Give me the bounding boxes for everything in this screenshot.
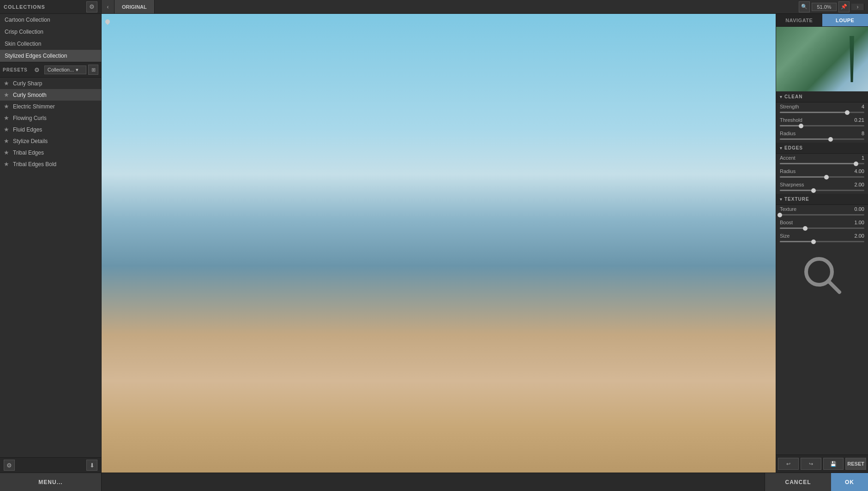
clean-arrow-icon: ▾ xyxy=(780,95,783,99)
presets-list: ★Curly Sharp★Curly Smooth★Electric Shimm… xyxy=(0,78,101,457)
edges-radius-slider[interactable] xyxy=(776,175,868,180)
clean-radius-slider[interactable] xyxy=(776,138,868,143)
clean-strength-value: 4 xyxy=(851,104,864,109)
preset-label: Stylize Details xyxy=(13,138,48,144)
loupe-svg xyxy=(802,254,843,296)
star-icon: ★ xyxy=(4,161,9,168)
canvas-area xyxy=(102,14,776,473)
star-icon: ★ xyxy=(4,91,9,98)
edges-section-header[interactable]: ▾ EDGES xyxy=(776,143,868,154)
thumbnail-palm xyxy=(840,36,863,82)
ok-button[interactable]: OK xyxy=(831,473,868,491)
thumbnail-preview xyxy=(776,27,868,91)
edges-radius-label: Radius xyxy=(780,168,812,174)
pin-icon[interactable]: 📌 xyxy=(838,1,850,12)
clean-strength-slider[interactable] xyxy=(776,111,868,116)
star-icon: ★ xyxy=(4,103,9,110)
collection-item[interactable]: Skin Collection xyxy=(0,38,101,50)
texture-boost-row: Boost 1.00 xyxy=(776,218,868,227)
texture-arrow-icon: ▾ xyxy=(780,197,783,202)
left-panel-footer: ⚙ ⬇ xyxy=(0,457,101,473)
collection-dropdown-label: Collection... xyxy=(48,67,74,72)
texture-texture-slider[interactable] xyxy=(776,213,868,218)
collections-settings-button[interactable]: ⚙ xyxy=(86,1,97,12)
clean-radius-row: Radius 8 xyxy=(776,129,868,138)
preset-item[interactable]: ★Fluid Edges xyxy=(0,124,101,135)
preset-item[interactable]: ★Curly Smooth xyxy=(0,89,101,101)
cancel-button[interactable]: CANCEL xyxy=(765,473,831,491)
import-icon[interactable]: ⬇ xyxy=(86,460,97,471)
collection-item[interactable]: Cartoon Collection xyxy=(0,14,101,26)
preset-item[interactable]: ★Curly Sharp xyxy=(0,78,101,89)
edges-sharpness-slider[interactable] xyxy=(776,189,868,194)
loupe-icon-display xyxy=(776,245,868,300)
undo-button[interactable]: ↩ xyxy=(778,458,799,470)
right-panel-footer: ↩ ↪ 💾 RESET xyxy=(776,455,868,473)
texture-texture-value: 0.00 xyxy=(851,206,864,212)
preset-item[interactable]: ★Tribal Edges Bold xyxy=(0,158,101,170)
top-bar: COLLECTIONS ⚙ ‹ ORIGINAL 🔍 51.0% 📌 › xyxy=(0,0,868,14)
preset-label: Fluid Edges xyxy=(13,126,42,133)
chevron-down-icon: ▾ xyxy=(76,67,78,73)
edges-accent-row: Accent 1 xyxy=(776,154,868,162)
image-pin xyxy=(104,18,111,25)
collections-list: Cartoon CollectionCrisp CollectionSkin C… xyxy=(0,14,101,62)
collection-item[interactable]: Crisp Collection xyxy=(0,26,101,38)
collection-item[interactable]: Stylized Edges Collection xyxy=(0,50,101,62)
preset-item[interactable]: ★Stylize Details xyxy=(0,135,101,147)
navigate-tab[interactable]: NAVIGATE xyxy=(776,14,822,26)
image-toolbar: ‹ ORIGINAL 🔍 51.0% 📌 › xyxy=(102,0,868,13)
preset-label: Flowing Curls xyxy=(13,115,47,121)
preset-item[interactable]: ★Flowing Curls xyxy=(0,112,101,124)
star-icon: ★ xyxy=(4,138,9,144)
preset-label: Curly Smooth xyxy=(13,92,47,98)
texture-boost-slider[interactable] xyxy=(776,227,868,232)
clean-threshold-row: Threshold 0.21 xyxy=(776,116,868,124)
collection-dropdown[interactable]: Collection... ▾ xyxy=(44,66,86,74)
edges-sharpness-value: 2.00 xyxy=(851,182,864,187)
right-panel: NAVIGATE LOUPE ▾ CLEAN Strength 4 Th xyxy=(776,14,868,473)
preset-label: Tribal Edges xyxy=(13,150,44,156)
texture-section-header[interactable]: ▾ TEXTURE xyxy=(776,194,868,205)
edges-radius-row: Radius 4.00 xyxy=(776,167,868,175)
texture-boost-value: 1.00 xyxy=(851,220,864,225)
grid-view-button[interactable]: ⊞ xyxy=(88,65,98,75)
edges-sharpness-row: Sharpness 2.00 xyxy=(776,180,868,189)
nav-next-button[interactable]: › xyxy=(851,4,864,10)
edges-accent-value: 1 xyxy=(851,155,864,161)
collections-header: COLLECTIONS ⚙ xyxy=(0,0,102,13)
beach-scene-image xyxy=(102,14,776,473)
reset-button[interactable]: RESET xyxy=(845,458,866,470)
clean-section-header[interactable]: ▾ CLEAN xyxy=(776,91,868,102)
collections-title: COLLECTIONS xyxy=(4,4,45,10)
save-preset-button[interactable]: 💾 xyxy=(823,458,844,470)
clean-section-label: CLEAN xyxy=(784,94,802,99)
clean-threshold-slider[interactable] xyxy=(776,124,868,129)
edges-sharpness-label: Sharpness xyxy=(780,182,812,187)
menu-button[interactable]: MENU... xyxy=(0,473,102,491)
clean-threshold-label: Threshold xyxy=(780,117,812,123)
texture-size-value: 2.00 xyxy=(851,233,864,239)
edges-accent-label: Accent xyxy=(780,155,812,161)
svg-line-1 xyxy=(828,281,839,292)
loupe-tab[interactable]: LOUPE xyxy=(822,14,868,26)
star-icon: ★ xyxy=(4,114,9,121)
texture-section-label: TEXTURE xyxy=(784,197,809,202)
star-icon: ★ xyxy=(4,80,9,87)
settings-icon[interactable]: ⚙ xyxy=(4,460,15,471)
navigate-loupe-tabs: NAVIGATE LOUPE xyxy=(776,14,868,27)
redo-button[interactable]: ↪ xyxy=(801,458,821,470)
original-tab-button[interactable]: ORIGINAL xyxy=(115,0,155,13)
clean-strength-row: Strength 4 xyxy=(776,102,868,111)
preset-item[interactable]: ★Tribal Edges xyxy=(0,147,101,158)
search-icon[interactable]: 🔍 xyxy=(799,1,810,12)
preset-item[interactable]: ★Electric Shimmer xyxy=(0,101,101,112)
nav-prev-button[interactable]: ‹ xyxy=(102,0,115,13)
presets-label: PRESETS xyxy=(3,67,28,72)
zoom-level: 51.0% xyxy=(812,3,837,11)
edges-accent-slider[interactable] xyxy=(776,162,868,167)
texture-size-slider[interactable] xyxy=(776,240,868,245)
bottom-bar: MENU... CANCEL OK xyxy=(0,473,868,491)
edges-section-label: EDGES xyxy=(784,145,803,150)
presets-gear-icon[interactable]: ⚙ xyxy=(31,64,42,75)
